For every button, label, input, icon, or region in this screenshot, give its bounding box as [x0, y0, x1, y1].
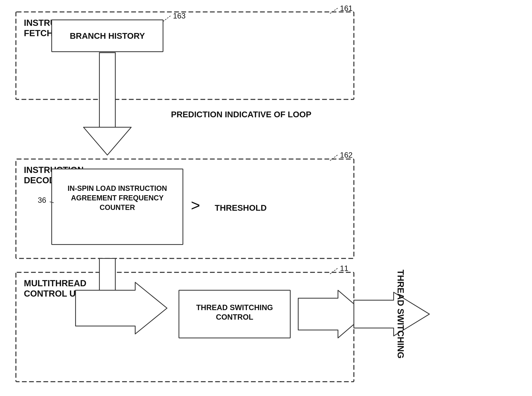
- counter-label-line2: AGREEMENT FREQUENCY: [71, 194, 164, 202]
- diagram-container: INSTRUCTION FETCHING UNIT 161 BRANCH HIS…: [0, 0, 532, 396]
- counter-label-line3: COUNTER: [99, 203, 135, 211]
- multithread-label-line1: MULTITHREAD: [24, 278, 86, 288]
- ref-11: 11: [340, 264, 348, 273]
- ref-161: 161: [340, 4, 352, 12]
- thread-switching-control-label-line2: CONTROL: [216, 313, 253, 321]
- svg-line-6: [330, 268, 338, 274]
- ref-163: 163: [173, 12, 186, 20]
- counter-label-line1: IN-SPIN LOAD INSTRUCTION: [68, 184, 167, 192]
- ref-36: 36: [38, 196, 46, 204]
- output-arrow-outside: [354, 292, 429, 336]
- svg-line-0: [330, 8, 338, 13]
- svg-marker-3: [83, 127, 131, 155]
- branch-history-label: BRANCH HISTORY: [70, 31, 145, 41]
- ref-162: 162: [340, 151, 352, 159]
- thread-switching-control-label-line1: THREAD SWITCHING: [196, 303, 273, 312]
- compare-symbol: >: [191, 196, 200, 214]
- svg-rect-2: [99, 53, 115, 128]
- svg-line-1: [163, 16, 171, 22]
- svg-line-4: [330, 155, 338, 161]
- input-arrow: [76, 282, 167, 334]
- prediction-loop-label: PREDICTION INDICATIVE OF LOOP: [171, 110, 311, 119]
- thread-switching-vertical-label: THREAD SWITCHING: [396, 270, 406, 358]
- threshold-label: THRESHOLD: [215, 203, 267, 213]
